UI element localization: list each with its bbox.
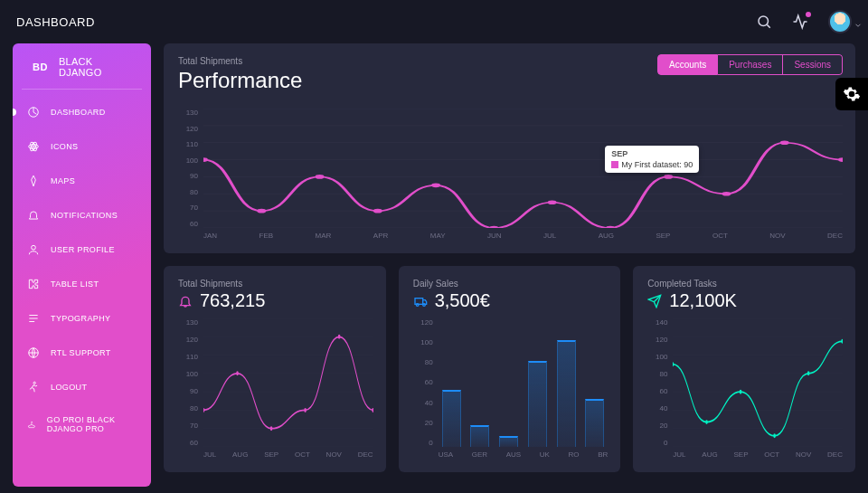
ship-icon <box>27 418 36 431</box>
sidebar-item-typography[interactable]: TYPOGRAPHY <box>13 301 151 336</box>
search-icon[interactable] <box>756 14 772 30</box>
svg-point-30 <box>722 192 731 196</box>
sales-subtitle: Daily Sales <box>413 279 607 289</box>
chevron-down-icon <box>854 17 863 33</box>
svg-point-0 <box>759 16 769 26</box>
sidebar-item-icons[interactable]: ICONS <box>13 129 151 164</box>
svg-point-25 <box>431 184 440 188</box>
puzzle-icon <box>27 278 40 290</box>
sidebar-item-user-profile[interactable]: USER PROFILE <box>13 232 151 267</box>
gear-icon <box>843 85 861 103</box>
align-icon <box>27 312 40 325</box>
svg-point-58 <box>673 362 674 366</box>
bell-icon <box>178 294 193 308</box>
bar <box>557 340 576 447</box>
shipments-card: Total Shipments 763,215 1301201101009080… <box>164 266 386 472</box>
bar <box>499 436 518 447</box>
performance-chart: 13012011010090807060 JANFEBMARAPRMAYJUNJ… <box>176 109 843 244</box>
delivery-icon <box>413 294 428 308</box>
bell-icon <box>27 209 40 222</box>
svg-point-61 <box>774 433 777 438</box>
sales-value: 3,500€ <box>435 290 490 311</box>
svg-point-26 <box>489 226 498 228</box>
chart-icon <box>27 106 40 119</box>
svg-point-45 <box>338 335 341 339</box>
sidebar-item-label: RTL SUPPORT <box>51 348 111 357</box>
svg-point-32 <box>838 157 843 162</box>
bar <box>442 390 461 447</box>
performance-card: Total Shipments Performance Accounts Pur… <box>164 43 855 253</box>
svg-point-27 <box>548 200 557 204</box>
shipments-chart: 13012011010090807060 JULAUGSEPOCTNOVDEC <box>176 318 373 463</box>
brand-full: BLACK DJANGO <box>59 56 131 78</box>
sidebar-item-go-pro-black-django-pro[interactable]: GO PRO! BLACK DJANGO PRO <box>13 404 151 444</box>
svg-point-59 <box>706 420 709 424</box>
svg-point-7 <box>32 245 36 250</box>
sidebar-item-label: MAPS <box>51 176 75 185</box>
chart-tooltip: SEP My First dataset: 90 <box>605 146 699 173</box>
atom-icon <box>27 140 40 153</box>
svg-point-29 <box>664 175 673 179</box>
tasks-subtitle: Completed Tasks <box>647 279 841 289</box>
sidebar-item-label: LOGOUT <box>51 383 87 392</box>
svg-point-12 <box>33 382 35 384</box>
pin-icon <box>27 175 40 187</box>
svg-line-1 <box>767 24 769 27</box>
performance-tabs: Accounts Purchases Sessions <box>657 54 843 75</box>
bar <box>528 361 547 447</box>
sidebar-item-label: DASHBOARD <box>51 108 106 117</box>
sidebar-item-label: ICONS <box>51 142 79 151</box>
topbar: DASHBOARD <box>0 0 868 43</box>
sidebar: BD BLACK DJANGO DASHBOARDICONSMAPSNOTIFI… <box>13 43 151 487</box>
shipments-value: 763,215 <box>200 290 265 311</box>
svg-point-23 <box>316 175 325 179</box>
globe-icon <box>27 346 40 359</box>
sidebar-item-label: TYPOGRAPHY <box>51 314 111 323</box>
svg-point-43 <box>270 426 273 431</box>
svg-point-44 <box>304 408 307 412</box>
sidebar-item-label: GO PRO! BLACK DJANGO PRO <box>47 415 137 433</box>
svg-point-21 <box>203 157 208 162</box>
tab-purchases[interactable]: Purchases <box>718 54 783 75</box>
sales-card: Daily Sales 3,500€ 120100806040200 USAGE… <box>399 266 621 472</box>
sidebar-item-label: TABLE LIST <box>51 280 99 289</box>
svg-point-22 <box>257 209 266 213</box>
svg-point-63 <box>842 339 843 344</box>
sidebar-item-logout[interactable]: LOGOUT <box>13 370 151 404</box>
tasks-chart: 140120100806040200 JULAUGSEPOCTNOVDEC <box>646 318 843 463</box>
svg-point-28 <box>606 226 615 228</box>
sidebar-item-dashboard[interactable]: DASHBOARD <box>13 95 151 129</box>
brand-short: BD <box>33 62 48 72</box>
run-icon <box>27 381 40 393</box>
svg-point-46 <box>372 408 373 412</box>
bar <box>585 399 604 447</box>
svg-point-41 <box>203 408 204 412</box>
activity-icon[interactable] <box>792 14 808 30</box>
send-icon <box>647 294 662 308</box>
sidebar-item-notifications[interactable]: NOTIFICATIONS <box>13 198 151 232</box>
svg-point-62 <box>807 371 810 375</box>
svg-rect-47 <box>415 298 423 304</box>
shipments-subtitle: Total Shipments <box>178 279 372 289</box>
svg-point-60 <box>740 390 742 394</box>
sales-chart: 120100806040200 USAGERAUSUKROBR <box>411 318 609 463</box>
svg-point-31 <box>780 140 789 145</box>
tasks-card: Completed Tasks 12,100K 1401201008060402… <box>633 266 855 472</box>
svg-point-42 <box>236 371 239 375</box>
notification-dot <box>806 12 811 17</box>
main: Total Shipments Performance Accounts Pur… <box>164 43 855 493</box>
svg-point-24 <box>373 209 382 213</box>
page-title: DASHBOARD <box>16 15 95 29</box>
bar <box>470 425 489 447</box>
tab-accounts[interactable]: Accounts <box>657 54 718 75</box>
sidebar-item-label: USER PROFILE <box>51 245 115 254</box>
sidebar-item-rtl-support[interactable]: RTL SUPPORT <box>13 336 151 370</box>
tab-sessions[interactable]: Sessions <box>783 54 843 75</box>
tasks-value: 12,100K <box>669 290 737 311</box>
avatar[interactable] <box>828 10 852 33</box>
user-icon <box>27 243 40 256</box>
settings-button[interactable] <box>835 78 868 110</box>
sidebar-item-table-list[interactable]: TABLE LIST <box>13 267 151 301</box>
brand[interactable]: BD BLACK DJANGO <box>22 56 142 90</box>
sidebar-item-maps[interactable]: MAPS <box>13 164 151 198</box>
